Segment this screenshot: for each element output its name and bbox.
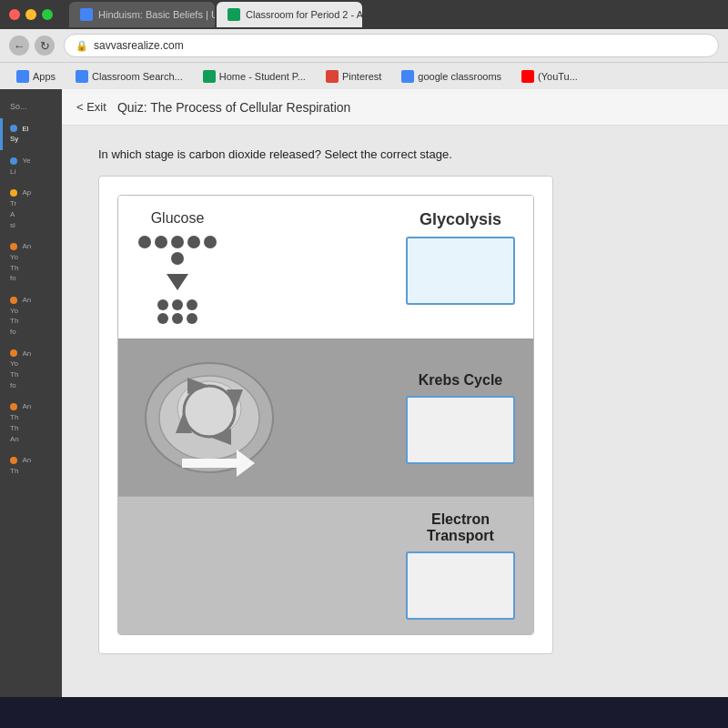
arrow-down-icon [167,274,188,290]
small-dot [157,313,168,324]
small-dot [172,313,183,324]
main-area: < Exit Quiz: The Process of Cellular Res… [62,89,728,697]
sidebar-item-an2[interactable]: AnYoThfo [0,289,62,343]
dot-icon [10,403,17,410]
bookmark-label: Classroom Search... [92,71,183,82]
bookmark-pinterest[interactable]: Pinterest [318,68,389,85]
molecule-dot [204,236,217,248]
small-dot [187,313,197,324]
dot-icon [10,297,17,304]
electron-label: ElectronTransport [427,511,494,544]
small-dot [157,299,168,310]
bookmark-label: google classrooms [418,71,501,82]
bookmark-home[interactable]: Home - Student P... [196,68,313,85]
diagram-top-section: Glucose [118,196,533,339]
small-dot [187,299,197,310]
pinterest-favicon [326,70,339,83]
small-dot [172,299,183,310]
glycolysis-label: Glycolysis [420,210,501,229]
glycolysis-answer-box[interactable] [406,237,515,305]
glucose-label: Glucose [151,210,205,227]
sidebar-item-el[interactable]: ElSy [0,118,62,150]
diagram-middle-section: Krebs Cycle [118,339,533,496]
diagram-bottom-section: ElectronTransport [118,496,533,634]
bookmark-label: Home - Student P... [219,71,306,82]
tab-hinduism[interactable]: Hinduism: Basic Beliefs | URI [69,2,215,27]
bookmark-classroom-search[interactable]: Classroom Search... [68,68,190,85]
tab-label: Hinduism: Basic Beliefs | URI [98,9,215,20]
bookmark-label: (YouTu... [538,71,578,82]
page-topbar: < Exit Quiz: The Process of Cellular Res… [62,89,728,126]
mitochondria-diagram [136,354,282,481]
dot-icon [10,243,17,250]
minimize-button[interactable] [25,9,36,20]
sidebar-item-an5[interactable]: AnTh [0,450,62,481]
tab-favicon [80,8,93,21]
sidebar-item-an1[interactable]: AnYoThfo [0,236,62,289]
sidebar-item-so[interactable]: So... [0,96,62,118]
sidebar-item-an4[interactable]: AnThThAn [0,396,62,450]
dot-row [157,299,197,310]
quiz-title: Quiz: The Process of Cellular Respiratio… [117,100,351,115]
krebs-section: Krebs Cycle [406,372,515,464]
youtube-favicon [521,70,534,83]
svg-point-2 [177,381,241,436]
diagram-inner: Glucose [117,195,534,635]
electron-section: ElectronTransport [406,511,515,620]
address-bar-row: ← ↻ 🔒 savvasrealize.com [0,29,728,62]
nav-buttons: ← ↻ [9,35,55,56]
molecule-dot [171,236,184,248]
sidebar-item-an3[interactable]: AnYoThfo [0,343,62,397]
lock-icon: 🔒 [76,40,88,52]
sidebar-item-label: So... [10,102,27,111]
bookmark-youtube[interactable]: (YouTu... [514,68,585,85]
molecule-dot [155,236,167,248]
dot-icon [10,157,17,165]
browser-titlebar: Hinduism: Basic Beliefs | URI Classroom … [0,0,728,29]
bookmark-label: Apps [33,71,56,82]
exit-button[interactable]: < Exit [76,100,106,114]
dot-icon [10,349,17,357]
glycolysis-box: Glycolysis [406,210,515,305]
pyruvate-dots [157,299,197,324]
dot-icon [10,457,17,464]
electron-answer-box[interactable] [406,551,515,620]
dot-row [157,313,197,324]
krebs-label: Krebs Cycle [419,372,503,389]
dot-icon [10,189,17,197]
diagram-card: Glucose [98,176,553,654]
tab-label-active: Classroom for Period 2 - Able [246,9,362,20]
classroom-favicon [76,70,88,83]
fullscreen-button[interactable] [42,9,53,20]
dot-icon [10,125,17,132]
refresh-button[interactable]: ↻ [35,35,55,56]
bookmark-label: Pinterest [342,71,381,82]
question-text: In which stage is carbon dioxide release… [98,147,692,161]
sidebar-item-ye[interactable]: YeLi [0,150,62,182]
bookmarks-bar: Apps Classroom Search... Home - Student … [0,62,728,89]
close-button[interactable] [9,9,20,20]
page-content: So... ElSy YeLi ApTrAsl AnYoThfo AnYoThf… [0,89,728,697]
google-favicon [401,70,414,83]
back-button[interactable]: ← [9,35,29,56]
url-text: savvasrealize.com [94,39,184,52]
glucose-dots [136,236,218,265]
home-favicon [203,70,216,83]
address-bar[interactable]: 🔒 savvasrealize.com [64,34,719,57]
krebs-answer-box[interactable] [406,396,515,464]
tab-favicon-active [228,8,240,21]
bookmark-google-classrooms[interactable]: google classrooms [394,68,509,85]
glucose-section: Glucose [136,210,218,324]
sidebar: So... ElSy YeLi ApTrAsl AnYoThfo AnYoThf… [0,89,62,697]
browser-window: Hinduism: Basic Beliefs | URI Classroom … [0,0,728,89]
molecule-dot [138,236,151,248]
traffic-lights [9,9,53,20]
bookmark-apps[interactable]: Apps [9,68,63,85]
sidebar-item-ap[interactable]: ApTrAsl [0,182,62,236]
quiz-content: In which stage is carbon dioxide release… [62,126,728,676]
apps-favicon [16,70,29,83]
molecule-dot [171,252,184,265]
molecule-dot [187,236,200,248]
tab-classroom[interactable]: Classroom for Period 2 - Able [217,2,362,27]
exit-label: < Exit [76,100,106,114]
